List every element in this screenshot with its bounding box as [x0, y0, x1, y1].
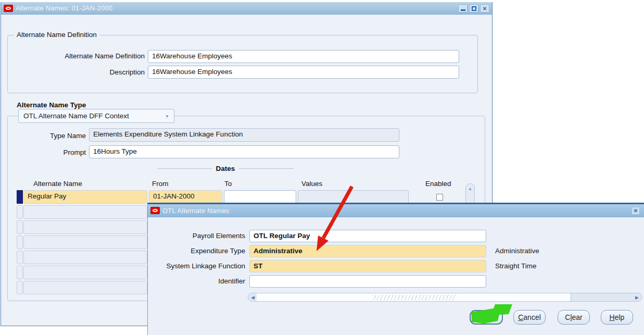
table-row-empty[interactable] — [23, 281, 147, 294]
table-row-empty[interactable] — [23, 205, 147, 219]
prompt-label: Prompt — [32, 148, 86, 156]
row-selector[interactable] — [17, 251, 23, 264]
from-date-cell[interactable]: 01-JAN-2000 — [149, 190, 222, 204]
oracle-logo-icon — [150, 207, 160, 214]
close-icon[interactable]: ✕ — [480, 4, 489, 13]
definition-groupbox: Alternate Name Definition — [7, 35, 478, 93]
col-header-to: To — [224, 180, 232, 188]
type-name-field: Elements Expenditure System Linkage Func… — [89, 128, 399, 142]
table-row-empty[interactable] — [23, 235, 147, 249]
system-linkage-function-input[interactable]: ST — [249, 260, 486, 272]
chevron-down-icon: ▼ — [165, 114, 169, 119]
expenditure-type-input[interactable]: Administrative — [249, 245, 486, 257]
col-header-values: Values — [301, 180, 322, 188]
scroll-up-icon[interactable]: ▲ — [468, 186, 473, 191]
alternate-name-type-dropdown[interactable]: OTL Alternate Name DFF Context ▼ — [18, 109, 174, 123]
enabled-checkbox[interactable] — [436, 194, 443, 201]
to-date-cell[interactable] — [224, 190, 296, 204]
scroll-right-icon[interactable]: ▶ — [633, 293, 641, 301]
row-selector[interactable] — [17, 281, 23, 294]
main-window-title: Alternate Names: 01-JAN-2000 — [16, 4, 112, 12]
dialog-title: OTL Alternate Names — [162, 207, 229, 215]
col-header-from: From — [152, 180, 169, 188]
scrollbar-thumb[interactable] — [257, 293, 571, 301]
system-linkage-function-description: Straight Time — [495, 262, 537, 270]
table-row-empty[interactable] — [23, 251, 147, 264]
dates-header: Dates — [157, 165, 294, 172]
identifier-label: Identifier — [148, 277, 245, 285]
alternate-name-definition-label: Alternate Name Definition — [11, 52, 145, 60]
oracle-logo-icon — [4, 5, 13, 12]
ok-button[interactable]: OK — [470, 310, 503, 325]
table-row-empty[interactable] — [23, 220, 147, 234]
row-selector[interactable] — [17, 235, 23, 249]
maximize-icon[interactable] — [469, 4, 478, 13]
definition-group-legend: Alternate Name Definition — [14, 31, 99, 39]
col-header-enabled: Enabled — [425, 180, 451, 188]
alternate-name-type-label: Alternate Name Type — [17, 101, 86, 109]
alternate-name-cell[interactable]: Regular Pay — [23, 190, 147, 204]
type-name-label: Type Name — [32, 132, 86, 140]
minimize-icon[interactable] — [458, 4, 468, 13]
row-selector[interactable] — [17, 205, 23, 219]
scroll-left-icon[interactable]: ◀ — [249, 293, 257, 301]
description-label: Description — [11, 68, 145, 76]
close-icon[interactable]: ✕ — [632, 207, 640, 215]
payroll-elements-input[interactable]: OTL Regular Pay — [249, 230, 486, 242]
clear-button[interactable]: Clear — [558, 310, 590, 325]
cancel-button[interactable]: Cancel — [513, 310, 546, 325]
payroll-elements-label: Payroll Elements — [148, 232, 245, 240]
system-linkage-function-label: System Linkage Function — [148, 262, 245, 270]
expenditure-type-label: Expenditure Type — [148, 247, 245, 255]
otl-alternate-names-dialog: OTL Alternate Names ✕ Payroll Elements O… — [147, 203, 644, 335]
row-selector-current[interactable] — [17, 190, 23, 204]
help-button[interactable]: Help — [601, 310, 633, 325]
values-cell[interactable] — [298, 190, 409, 204]
row-selector[interactable] — [17, 266, 23, 279]
description-input[interactable]: 16Warehouse Employees — [148, 66, 459, 79]
dropdown-selected-value: OTL Alternate Name DFF Context — [23, 112, 129, 120]
identifier-input[interactable] — [249, 275, 486, 288]
dialog-titlebar: OTL Alternate Names — [148, 204, 644, 217]
alternate-name-definition-input[interactable]: 16Warehouse Employees — [148, 50, 459, 63]
prompt-input[interactable]: 16Hours Type — [89, 145, 399, 158]
col-header-alternate-name: Alternate Name — [33, 180, 82, 188]
dialog-horizontal-scrollbar[interactable]: ◀ ▶ — [248, 293, 642, 302]
main-window-titlebar: Alternate Names: 01-JAN-2000 — [1, 2, 492, 15]
row-selector[interactable] — [17, 220, 23, 234]
table-row-empty[interactable] — [23, 266, 147, 279]
expenditure-type-description: Administrative — [495, 247, 539, 255]
